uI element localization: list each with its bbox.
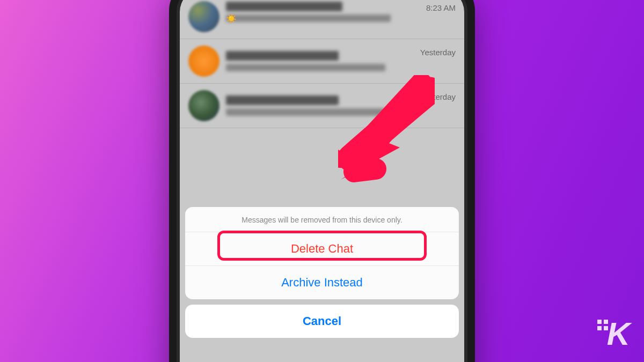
chat-preview-blurred [226, 64, 385, 71]
phone-screen: ☀️ 8:23 AM Yesterday [180, 0, 464, 362]
chat-row[interactable]: ☀️ 8:23 AM [180, 0, 464, 39]
chat-name-blurred [226, 51, 339, 61]
delete-chat-button[interactable]: Delete Chat [185, 232, 459, 265]
phone-bezel: ☀️ 8:23 AM Yesterday [177, 0, 467, 362]
chat-row[interactable]: Yesterday [180, 84, 464, 128]
chat-list: ☀️ 8:23 AM Yesterday [180, 0, 464, 128]
chat-preview-blurred [226, 108, 385, 116]
chat-time: Yesterday [420, 92, 456, 101]
action-sheet: Messages will be removed from this devic… [185, 207, 459, 343]
chat-name-blurred [226, 95, 339, 105]
chat-time: 8:23 AM [426, 3, 456, 12]
chat-text [226, 51, 414, 71]
archive-instead-button[interactable]: Archive Instead [185, 265, 459, 299]
chat-row[interactable]: Yesterday [180, 39, 464, 84]
phone-frame: ☀️ 8:23 AM Yesterday [169, 0, 475, 362]
chat-time: Yesterday [420, 48, 456, 57]
chat-preview-blurred [226, 14, 391, 22]
avatar [188, 46, 219, 77]
brand-logo: K [607, 315, 629, 352]
cancel-button[interactable]: Cancel [185, 305, 459, 338]
chat-name-blurred [226, 2, 342, 11]
sheet-main-group: Messages will be removed from this devic… [185, 207, 459, 299]
avatar [188, 90, 219, 121]
chat-text [226, 95, 414, 116]
logo-letter: K [607, 316, 629, 352]
avatar [188, 1, 219, 32]
logo-dots-icon [597, 320, 608, 330]
chat-text: ☀️ [226, 2, 420, 32]
sheet-cancel-group: Cancel [185, 305, 459, 338]
sheet-message: Messages will be removed from this devic… [185, 207, 459, 232]
sun-emoji: ☀️ [226, 14, 237, 23]
